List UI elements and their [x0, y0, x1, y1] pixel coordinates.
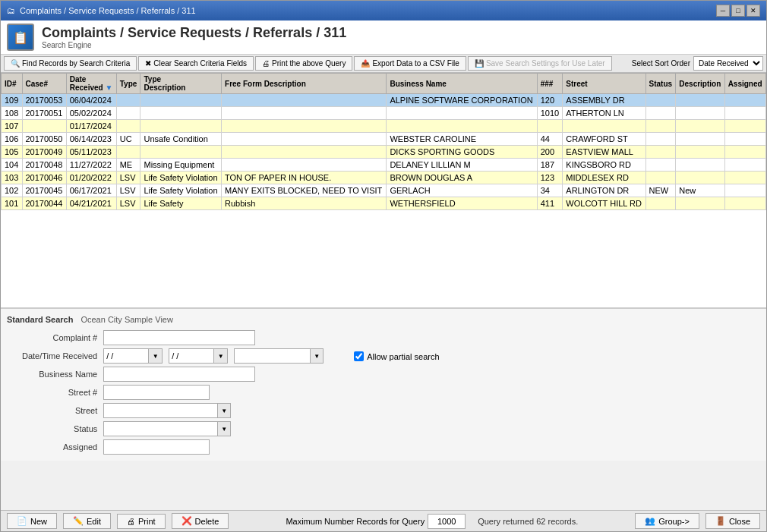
table-cell: 06/04/2024	[66, 94, 116, 107]
table-cell: Rubbish	[222, 197, 387, 210]
table-cell: LSV	[116, 197, 140, 210]
col-num[interactable]: ###	[537, 74, 563, 94]
delete-button[interactable]: ❌ Delete	[172, 513, 229, 529]
find-icon: 🔍	[11, 59, 20, 68]
col-status[interactable]: Status	[645, 74, 676, 94]
table-cell: 102	[2, 184, 23, 197]
maximize-button[interactable]: □	[731, 5, 745, 17]
table-cell	[222, 120, 387, 133]
col-date[interactable]: DateReceived ▼	[66, 74, 116, 94]
complaint-label: Complaint #	[22, 333, 97, 342]
col-case[interactable]: Case#	[22, 74, 66, 94]
status-dropdown-container: ▼	[103, 421, 231, 436]
sort-select[interactable]: Date Received ID# Case#	[693, 56, 763, 71]
table-cell: 105	[2, 146, 23, 159]
search-mode-label: Standard Search	[7, 315, 73, 324]
search-panel-header: Standard Search Ocean City Sample View	[7, 315, 760, 324]
sort-section: Select Sort Order Date Received ID# Case…	[632, 56, 763, 71]
table-cell: Life Safety Violation	[140, 172, 222, 184]
table-cell: 106	[2, 133, 23, 146]
max-records-section: Maximum Number Records for Query	[286, 514, 466, 529]
date-start-container: ▼	[103, 348, 163, 364]
bottom-bar: 📄 New ✏️ Edit 🖨 Print ❌ Delete Maximum N…	[1, 510, 766, 531]
table-row[interactable]: 1092017005306/04/2024ALPINE SOFTWARE COR…	[2, 94, 766, 107]
print-query-button[interactable]: 🖨 Print the above Query	[255, 56, 352, 71]
clear-search-button[interactable]: ✖ Clear Search Criteria Fields	[138, 56, 254, 71]
date-combo-dropdown[interactable]: ▼	[310, 348, 324, 364]
window-title: Complaints / Service Requests / Referral…	[20, 6, 196, 15]
status-input[interactable]	[103, 421, 217, 436]
table-cell: MANY EXITS BLOCKED, NEED TO VISIT	[222, 184, 387, 197]
table-cell	[724, 197, 765, 210]
col-business[interactable]: Business Name	[387, 74, 537, 94]
table-cell: 05/11/2023	[66, 146, 116, 159]
table-row[interactable]: 1042017004811/27/2022MEMissing Equipment…	[2, 159, 766, 172]
col-assigned[interactable]: Assigned	[724, 74, 765, 94]
app-title: Complaints / Service Requests / Referral…	[42, 25, 346, 41]
export-csv-button[interactable]: 📤 Export Data to a CSV File	[354, 56, 466, 71]
col-desc[interactable]: Description	[676, 74, 724, 94]
close-window-button[interactable]: ✕	[746, 5, 760, 17]
col-id[interactable]: ID#	[2, 74, 23, 94]
table-row[interactable]: 1012017004404/21/2021LSVLife SafetyRubbi…	[2, 197, 766, 210]
close-button[interactable]: 🚪 Close	[705, 513, 760, 529]
table-cell: 109	[2, 94, 23, 107]
partial-search-checkbox[interactable]	[354, 351, 364, 361]
date-start-input[interactable]	[103, 348, 149, 364]
table-cell	[724, 120, 765, 133]
table-row[interactable]: 1062017005006/14/2023UCUnsafe ConditionW…	[2, 133, 766, 146]
find-records-button[interactable]: 🔍 Find Records by Search Criteria	[4, 56, 137, 71]
table-cell	[222, 133, 387, 146]
table-cell	[676, 94, 724, 107]
street-dropdown-btn[interactable]: ▼	[217, 403, 231, 418]
delete-icon: ❌	[181, 516, 192, 526]
table-row[interactable]: 1032017004601/20/2022LSVLife Safety Viol…	[2, 172, 766, 184]
content-area: ID# Case# DateReceived ▼ Type TypeDescri…	[1, 73, 766, 510]
table-cell	[116, 146, 140, 159]
complaint-input[interactable]	[103, 330, 255, 345]
business-input[interactable]	[103, 367, 255, 382]
street-num-input[interactable]	[103, 385, 210, 400]
table-cell: 05/02/2024	[66, 107, 116, 120]
table-row[interactable]: 1082017005105/02/20241010ATHERTON LN	[2, 107, 766, 120]
date-combo-input[interactable]	[234, 348, 310, 364]
status-dropdown-btn[interactable]: ▼	[217, 421, 231, 436]
col-free-form[interactable]: Free Form Description	[222, 74, 387, 94]
edit-label: Edit	[87, 517, 101, 526]
search-form: Complaint # Date/Time Received ▼ ▼	[7, 330, 324, 455]
group-button[interactable]: 👥 Group->	[635, 513, 699, 529]
print-button[interactable]: 🖨 Print	[117, 514, 166, 529]
table-cell	[724, 146, 765, 159]
app-subtitle: Search Engine	[42, 41, 346, 49]
table-cell	[724, 133, 765, 146]
group-label: Group->	[658, 517, 690, 526]
table-cell: DELANEY LILLIAN M	[387, 159, 537, 172]
edit-button[interactable]: ✏️ Edit	[63, 513, 111, 529]
new-button[interactable]: 📄 New	[7, 513, 57, 529]
table-row[interactable]: 1022017004506/17/2021LSVLife Safety Viol…	[2, 184, 766, 197]
table-cell: ME	[116, 159, 140, 172]
max-records-input[interactable]	[428, 514, 466, 529]
street-input[interactable]	[103, 403, 217, 418]
assigned-input[interactable]	[103, 439, 210, 455]
table-cell	[645, 172, 676, 184]
col-street[interactable]: Street	[563, 74, 645, 94]
table-cell: BROWN DOUGLAS A	[387, 172, 537, 184]
table-cell	[676, 133, 724, 146]
date-end-dropdown[interactable]: ▼	[214, 348, 228, 364]
close-label: Close	[729, 517, 750, 526]
table-cell: CRAWFORD ST	[563, 133, 645, 146]
date-end-input[interactable]	[169, 348, 214, 364]
date-combo-container: ▼	[234, 348, 324, 364]
col-type-desc[interactable]: TypeDescription	[140, 74, 222, 94]
table-cell: 20170046	[22, 172, 66, 184]
table-row[interactable]: 1052017004905/11/2023DICKS SPORTING GOOD…	[2, 146, 766, 159]
table-cell: Unsafe Condition	[140, 133, 222, 146]
find-records-label: Find Records by Search Criteria	[22, 59, 130, 68]
col-type[interactable]: Type	[116, 74, 140, 94]
records-grid[interactable]: ID# Case# DateReceived ▼ Type TypeDescri…	[1, 73, 766, 308]
minimize-button[interactable]: ─	[716, 5, 730, 17]
save-settings-button[interactable]: 💾 Save Search Settings for Use Later	[468, 56, 612, 71]
table-row[interactable]: 10701/17/2024	[2, 120, 766, 133]
date-start-dropdown[interactable]: ▼	[149, 348, 163, 364]
